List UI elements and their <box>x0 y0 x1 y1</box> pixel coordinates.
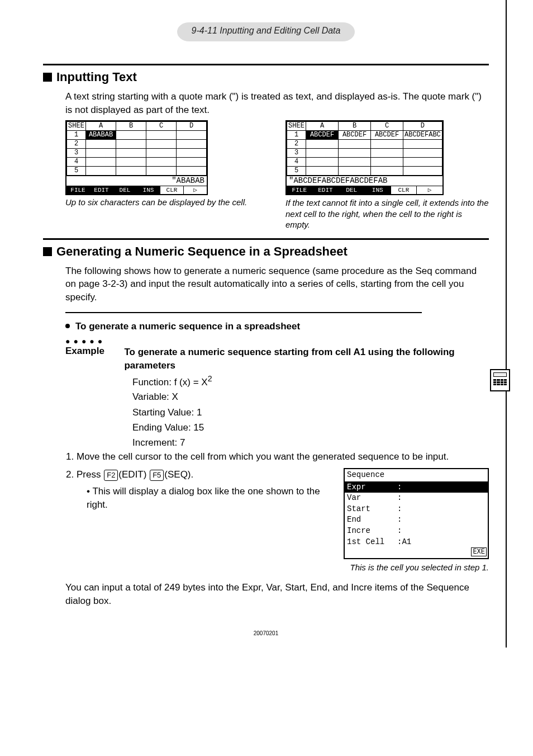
section1-body: A text string starting with a quote mark… <box>65 90 489 117</box>
example-label: Example <box>65 346 113 357</box>
page-title: Inputting and Editing Cell Data <box>220 26 340 35</box>
input-line-left: "ABABAB <box>66 176 207 186</box>
spreadsheet-left: SHEE A B C D 1ABABAB 2 3 4 5 "ABABAB FIL… <box>65 120 208 195</box>
sheet-label: SHEE <box>67 121 86 130</box>
section2-body: The following shows how to generate a nu… <box>65 264 489 304</box>
calculator-icon <box>490 369 510 391</box>
key-f5: F5 <box>150 470 164 481</box>
subheading-togen: To generate a numeric sequence in a spre… <box>65 321 489 332</box>
function-tabs: FILE EDIT DEL INS CLR ▷ <box>66 186 207 194</box>
section-heading-numeric-sequence: Generating a Numeric Sequence in a Sprea… <box>43 244 489 259</box>
example-body: To generate a numeric sequence starting … <box>124 346 489 372</box>
spreadsheet-right: SHEE A B C D 1 ABCDEF ABCDEF ABCDEF ABCD… <box>285 120 444 195</box>
key-f2: F2 <box>104 470 118 481</box>
header-bubble: 9-4-11 Inputting and Editing Cell Data <box>43 22 489 41</box>
divider-thin <box>65 312 422 313</box>
cell-a1: ABABAB <box>86 130 116 139</box>
step-2: Press F2(EDIT) F5(SEQ). • This will disp… <box>77 468 489 573</box>
tail-text: You can input a total of 249 bytes into … <box>65 581 489 608</box>
parameters: Function: f (x) = X2 Variable: X Startin… <box>132 372 489 451</box>
dialog-caption: This is the cell you selected in step 1. <box>344 561 489 573</box>
caption-right: If the text cannot fit into a single cel… <box>285 197 489 230</box>
input-line-right: "ABCDEFABCDEFABCDEFAB <box>287 176 442 186</box>
step-1: Move the cell cursor to the cell from wh… <box>77 450 489 464</box>
footer-number: 20070201 <box>43 630 489 636</box>
caption-left: Up to six characters can be displayed by… <box>65 197 269 207</box>
page-number: 9-4-11 <box>192 26 217 35</box>
dots-ornament: ●●●●● <box>65 337 489 346</box>
divider <box>43 64 489 65</box>
sequence-dialog: Sequence Expr: Var: Start: End: Incre: 1… <box>344 468 489 559</box>
section-heading-inputting-text: Inputting Text <box>43 70 489 84</box>
divider <box>43 238 489 240</box>
